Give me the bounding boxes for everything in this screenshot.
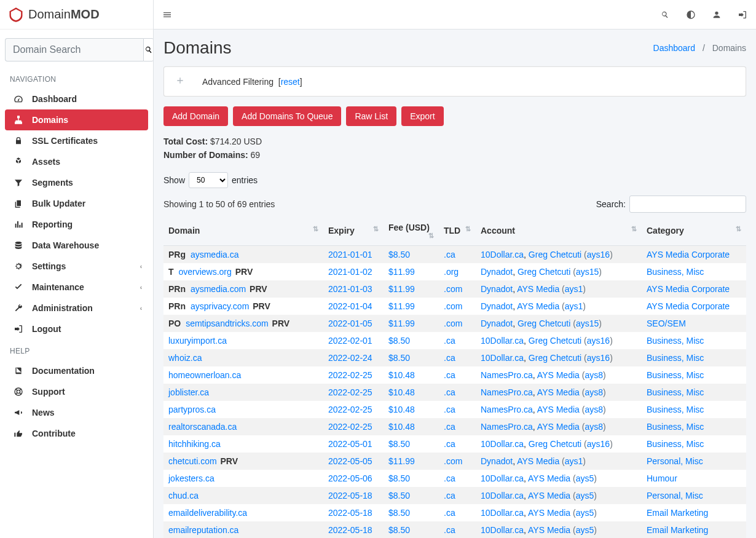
tld-link[interactable]: .ca	[444, 336, 455, 346]
owner-link[interactable]: AYS Media	[537, 422, 580, 432]
expiry-link[interactable]: 2022-05-01	[328, 439, 372, 449]
registrar-link[interactable]: 10Dollar.ca	[481, 508, 524, 518]
account-link[interactable]: ays5	[576, 491, 594, 500]
tld-link[interactable]: .org	[444, 267, 459, 277]
add-domain-button[interactable]: Add Domain	[163, 106, 228, 126]
expiry-link[interactable]: 2021-01-01	[328, 250, 372, 259]
fee-link[interactable]: $8.50	[388, 250, 410, 259]
sidebar-item-ssl-certificates[interactable]: SSL Certificates	[5, 130, 148, 151]
domain-link[interactable]: emailreputation.ca	[168, 525, 238, 535]
topbar-search-button[interactable]	[660, 10, 670, 20]
sidebar-item-dashboard[interactable]: Dashboard	[5, 89, 148, 109]
domain-link[interactable]: chetcuti.com	[168, 456, 217, 466]
domain-link[interactable]: aysmedia.com	[191, 284, 246, 294]
account-link[interactable]: ays16	[587, 353, 610, 363]
owner-link[interactable]: AYS Media	[528, 525, 570, 535]
domain-link[interactable]: hitchhiking.ca	[168, 439, 221, 449]
user-button[interactable]	[712, 10, 722, 20]
owner-link[interactable]: AYS Media	[528, 508, 570, 518]
account-link[interactable]: ays5	[576, 508, 594, 518]
tld-link[interactable]: .ca	[444, 405, 455, 414]
sidebar-item-logout[interactable]: Logout	[5, 318, 148, 339]
expiry-link[interactable]: 2022-02-25	[328, 422, 372, 432]
domain-link[interactable]: joblister.ca	[168, 387, 209, 397]
expiry-link[interactable]: 2022-02-25	[328, 370, 372, 380]
domain-link[interactable]: emaildeliverability.ca	[168, 508, 247, 518]
expiry-link[interactable]: 2021-01-02	[328, 267, 372, 277]
category-link[interactable]: Business, Misc	[647, 353, 704, 363]
expiry-link[interactable]: 2022-02-25	[328, 405, 372, 414]
fee-link[interactable]: $11.99	[388, 318, 415, 328]
category-link[interactable]: Humour	[647, 473, 677, 483]
theme-toggle-button[interactable]	[686, 10, 696, 20]
account-link[interactable]: ays8	[585, 370, 603, 380]
domain-link[interactable]: homeownerloan.ca	[168, 370, 241, 380]
raw-list-button[interactable]: Raw List	[346, 106, 396, 126]
category-link[interactable]: Email Marketing	[647, 508, 708, 518]
tld-link[interactable]: .com	[444, 318, 462, 328]
expiry-link[interactable]: 2021-01-03	[328, 284, 372, 294]
owner-link[interactable]: AYS Media	[517, 456, 559, 466]
domain-link[interactable]: aysprivacy.com	[191, 301, 249, 311]
category-link[interactable]: Business, Misc	[647, 267, 704, 277]
category-link[interactable]: Business, Misc	[647, 405, 704, 414]
registrar-link[interactable]: 10Dollar.ca	[481, 250, 524, 259]
fee-link[interactable]: $11.99	[388, 456, 415, 466]
fee-link[interactable]: $10.48	[388, 422, 415, 432]
brand[interactable]: DomainMOD	[0, 0, 153, 30]
table-search-input[interactable]	[629, 196, 746, 213]
account-link[interactable]: ays1	[565, 301, 583, 311]
registrar-link[interactable]: Dynadot	[481, 456, 513, 466]
expiry-link[interactable]: 2022-01-04	[328, 301, 372, 311]
account-link[interactable]: ays8	[585, 387, 603, 397]
owner-link[interactable]: AYS Media	[517, 301, 559, 311]
owner-link[interactable]: AYS Media	[528, 491, 570, 500]
fee-link[interactable]: $10.48	[388, 405, 415, 414]
registrar-link[interactable]: Dynadot	[481, 301, 513, 311]
sidebar-item-reporting[interactable]: Reporting	[5, 214, 148, 235]
category-link[interactable]: SEO/SEM	[647, 318, 686, 328]
owner-link[interactable]: Greg Chetcuti	[529, 439, 581, 449]
fee-link[interactable]: $11.99	[388, 267, 415, 277]
fee-link[interactable]: $8.50	[388, 336, 410, 346]
expiry-link[interactable]: 2022-02-01	[328, 336, 372, 346]
sidebar-toggle-button[interactable]	[162, 10, 172, 20]
registrar-link[interactable]: 10Dollar.ca	[481, 491, 524, 500]
sidebar-item-assets[interactable]: Assets	[5, 151, 148, 172]
registrar-link[interactable]: NamesPro.ca	[481, 422, 533, 432]
category-link[interactable]: AYS Media Corporate	[647, 284, 730, 294]
domain-link[interactable]: jokesters.ca	[168, 473, 215, 483]
tld-link[interactable]: .ca	[444, 473, 455, 483]
fee-link[interactable]: $8.50	[388, 353, 410, 363]
breadcrumb-dashboard[interactable]: Dashboard	[653, 43, 696, 53]
sidebar-item-data-warehouse[interactable]: Data Warehouse	[5, 235, 148, 256]
domain-link[interactable]: chud.ca	[168, 491, 199, 500]
account-link[interactable]: ays5	[576, 473, 594, 483]
tld-link[interactable]: .com	[444, 456, 462, 466]
expiry-link[interactable]: 2022-05-06	[328, 473, 372, 483]
expiry-link[interactable]: 2022-05-05	[328, 456, 372, 466]
tld-link[interactable]: .ca	[444, 439, 455, 449]
category-link[interactable]: Business, Misc	[647, 422, 704, 432]
account-link[interactable]: ays16	[587, 250, 610, 259]
tld-link[interactable]: .ca	[444, 422, 455, 432]
owner-link[interactable]: AYS Media	[537, 387, 580, 397]
domain-link[interactable]: aysmedia.ca	[191, 250, 239, 259]
category-link[interactable]: Business, Misc	[647, 439, 704, 449]
domain-search-button[interactable]	[143, 38, 154, 61]
sidebar-item-news[interactable]: News	[5, 402, 148, 423]
tld-link[interactable]: .ca	[444, 353, 455, 363]
fee-link[interactable]: $11.99	[388, 301, 415, 311]
tld-link[interactable]: .ca	[444, 387, 455, 397]
account-link[interactable]: ays16	[587, 439, 610, 449]
expiry-link[interactable]: 2022-05-18	[328, 508, 372, 518]
sidebar-item-support[interactable]: Support	[5, 381, 148, 402]
category-link[interactable]: Business, Misc	[647, 370, 704, 380]
sidebar-item-settings[interactable]: Settings‹	[5, 256, 148, 277]
owner-link[interactable]: AYS Media	[517, 284, 559, 294]
registrar-link[interactable]: 10Dollar.ca	[481, 336, 524, 346]
sidebar-item-segments[interactable]: Segments	[5, 172, 148, 193]
sidebar-item-contribute[interactable]: Contribute	[5, 423, 148, 444]
fee-link[interactable]: $8.50	[388, 491, 410, 500]
category-link[interactable]: Personal, Misc	[647, 456, 703, 466]
